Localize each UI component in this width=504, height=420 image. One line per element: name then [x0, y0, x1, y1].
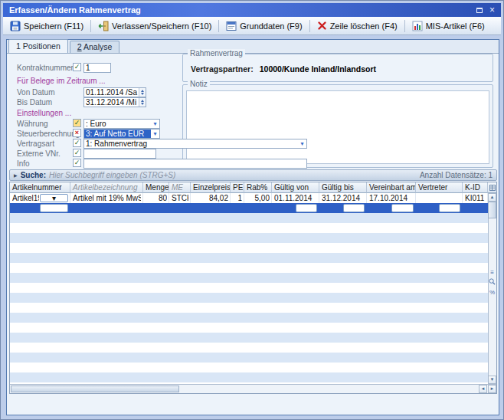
table-cell[interactable]: ▾ [319, 203, 367, 213]
table-cell[interactable]: STCK [169, 193, 191, 203]
table-cell[interactable]: ▾ [367, 203, 416, 213]
table-cell[interactable] [244, 203, 272, 213]
vertragsart-checkbox[interactable]: ✓ [73, 139, 81, 147]
vertragsart-select[interactable]: 1: Rahmenvertrag ▾ [83, 139, 307, 149]
scroll-left-button[interactable]: ◄ [479, 385, 487, 393]
table-cell[interactable]: ▾ [272, 203, 319, 213]
grid-menu-icon[interactable]: ≡ [488, 268, 496, 277]
empty-row [10, 223, 488, 233]
search-bar[interactable]: ▶ Suche: Hier Suchbegriff eingeben (STRG… [9, 169, 497, 181]
grunddaten-icon [226, 21, 237, 31]
column-header-gültig-bis[interactable]: Gültig bis [319, 182, 367, 193]
table-cell[interactable]: 01.11.2014 [272, 193, 319, 203]
table-cell[interactable]: 80 [143, 193, 169, 203]
table-cell[interactable] [70, 203, 143, 213]
steuerberechnung-select[interactable]: 3: Auf Netto EUR ▾ [83, 129, 160, 139]
waehrung-select[interactable]: : Euro ▾ [83, 119, 160, 129]
verlassen-speichern-button[interactable]: Verlassen/Speichern (F10) [93, 18, 216, 34]
von-datum-input[interactable]: 01.11.2014 /Sa [83, 87, 146, 97]
externe-vnr-label: Externe VNr. [17, 149, 61, 158]
column-header-pe[interactable]: PE [231, 182, 244, 193]
column-header-vertreter[interactable]: Vertreter [416, 182, 463, 193]
form-row-waehrung: Währung ✓ : Euro ▾ [7, 119, 499, 129]
maximize-button[interactable] [473, 5, 485, 15]
steuerberechnung-label: Steuerberechnung [17, 130, 80, 138]
bis-datum-label: Bis Datum [17, 98, 52, 107]
cell-dropdown-button[interactable]: ▾ [40, 194, 68, 202]
table-cell[interactable]: 17.10.2014 [367, 193, 416, 203]
table-cell[interactable]: ▾ [10, 203, 70, 213]
vertical-scrollbar[interactable]: ▲ ≡ % ▼ [488, 193, 496, 384]
column-header-gültig-von[interactable]: Gültig von [272, 182, 319, 193]
table-cell[interactable]: ▾ [416, 203, 463, 213]
toolbar-separator [404, 20, 405, 32]
table-cell[interactable] [191, 203, 231, 213]
cell-dropdown-button[interactable]: ▾ [40, 204, 68, 212]
column-header-menge[interactable]: Menge [143, 182, 169, 193]
cell-dropdown-button[interactable]: ▾ [343, 204, 365, 212]
tab-positionen[interactable]: 1 Positionen [8, 39, 68, 53]
mis-artikel-button[interactable]: MIS-Artikel (F6) [407, 18, 489, 34]
table-row[interactable]: Artikel19Prozer▾Artikel mit 19% MwSt.80S… [10, 193, 488, 203]
search-placeholder[interactable]: Hier Suchbegriff eingeben (STRG+S) [49, 171, 175, 179]
table-cell[interactable] [143, 203, 169, 213]
kontraktnummer-checkbox[interactable]: ✓ [73, 63, 81, 71]
window-title: Erfassen/Ändern Rahmenvertrag [9, 5, 472, 15]
info-input[interactable] [83, 159, 307, 169]
table-cell[interactable]: 84,02 [191, 193, 231, 203]
table-cell[interactable]: KI011 [463, 193, 488, 203]
scroll-down-button[interactable]: ▼ [488, 376, 496, 384]
spinner-down-icon [141, 103, 144, 105]
cell-dropdown-button[interactable]: ▾ [296, 204, 318, 212]
toolbar-separator [90, 20, 91, 32]
steuerberechnung-checkbox[interactable]: × [73, 129, 81, 137]
column-chooser-button[interactable] [488, 182, 496, 193]
kontraktnummer-input[interactable]: 1 [83, 63, 111, 73]
scroll-up-button[interactable]: ▲ [488, 193, 496, 202]
dropdown-arrow-icon: ▾ [151, 120, 159, 128]
bis-datum-input[interactable]: 31.12.2014 /Mi [83, 97, 146, 107]
column-header-k-id[interactable]: K-ID [463, 182, 488, 193]
title-bar: Erfassen/Ändern Rahmenvertrag × [3, 3, 501, 17]
waehrung-checkbox[interactable]: ✓ [73, 119, 81, 127]
horizontal-scrollbar[interactable]: ◄ ► [10, 384, 496, 393]
table-cell[interactable] [416, 193, 463, 203]
column-header-rab%[interactable]: Rab% [244, 182, 272, 193]
table-cell[interactable] [231, 203, 244, 213]
info-checkbox[interactable]: ✓ [73, 159, 81, 167]
bis-datum-spinner[interactable] [139, 98, 146, 107]
column-header-vereinbart-am[interactable]: Vereinbart am [367, 182, 416, 193]
grid-zoom-icon[interactable] [488, 278, 496, 287]
speichern-button[interactable]: Speichern (F11) [5, 18, 88, 34]
table-cell[interactable]: 1 [231, 193, 244, 203]
column-header-me[interactable]: ME [169, 182, 191, 193]
column-header-einzelpreis[interactable]: Einzelpreis [191, 182, 231, 193]
empty-row [10, 243, 488, 253]
grid-body: Artikel19Prozer▾Artikel mit 19% MwSt.80S… [10, 193, 488, 384]
table-row-selected[interactable]: ▾▾▾▾▾ [10, 203, 488, 213]
grid-percent-icon[interactable]: % [488, 288, 496, 297]
table-cell[interactable] [463, 203, 488, 213]
von-datum-label: Von Datum [17, 88, 54, 97]
grunddaten-button[interactable]: Grunddaten (F9) [221, 18, 306, 34]
von-datum-spinner[interactable] [139, 88, 146, 97]
column-header-artikelnummer[interactable]: Artikelnummer [10, 182, 70, 193]
zeile-loeschen-button[interactable]: Zeile löschen (F4) [313, 18, 402, 33]
externe-vnr-checkbox[interactable]: ✓ [73, 149, 81, 157]
table-cell[interactable]: 5,00 [244, 193, 272, 203]
table-cell[interactable]: 31.12.2014 [319, 193, 367, 203]
table-cell[interactable]: Artikel19Prozer▾ [10, 193, 70, 203]
cell-dropdown-button[interactable]: ▾ [439, 204, 460, 212]
tab-positionen-label: 1 Positionen [16, 40, 61, 53]
hscroll-thumb[interactable] [11, 386, 179, 392]
tab-analyse[interactable]: 2 Analyse [70, 41, 120, 53]
table-cell[interactable]: Artikel mit 19% MwSt. [70, 193, 143, 203]
vscroll-thumb[interactable] [488, 202, 496, 218]
table-cell[interactable] [169, 203, 191, 213]
scroll-right-button[interactable]: ► [488, 385, 496, 393]
externe-vnr-input[interactable] [83, 149, 156, 159]
close-button[interactable]: × [486, 5, 498, 15]
cell-dropdown-button[interactable]: ▾ [391, 204, 414, 212]
form-row-externe-vnr: Externe VNr. ✓ [7, 149, 499, 159]
column-header-artikelbezeichnung[interactable]: Artikelbezeichnung [70, 182, 143, 193]
